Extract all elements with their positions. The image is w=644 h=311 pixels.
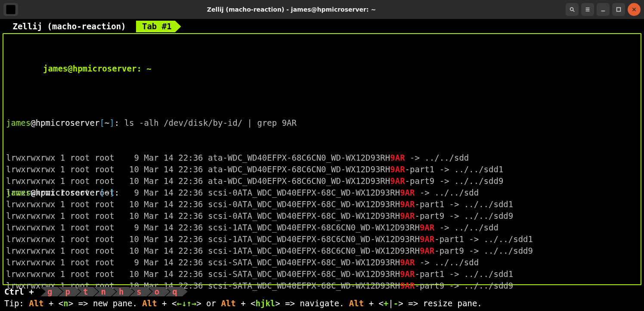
grep-match: 9AR bbox=[400, 281, 415, 290]
zellij-tabbar: Zellij (macho-reaction) Tab #1 bbox=[3, 21, 641, 32]
svg-line-4 bbox=[573, 10, 575, 12]
maximize-button[interactable] bbox=[612, 3, 625, 16]
menu-button[interactable] bbox=[581, 3, 594, 16]
close-button[interactable] bbox=[628, 3, 641, 16]
svg-rect-0 bbox=[6, 5, 15, 14]
search-button[interactable] bbox=[566, 3, 579, 16]
ls-row: lrwxrwxrwx 1 root root 10 Mar 14 22:36 s… bbox=[6, 199, 638, 210]
tip-bar: Tip: Alt + <n> => new pane. Alt + <←↓↑→>… bbox=[3, 298, 641, 309]
ls-row: lrwxrwxrwx 1 root root 10 Mar 14 22:36 a… bbox=[6, 164, 638, 175]
grep-match: 9AR bbox=[420, 246, 434, 255]
ls-row: lrwxrwxrwx 1 root root 10 Mar 14 22:36 s… bbox=[6, 210, 638, 222]
prompt-user: james bbox=[6, 118, 31, 128]
grep-match: 9AR bbox=[390, 165, 405, 174]
ls-row: lrwxrwxrwx 1 root root 10 Mar 14 22:36 a… bbox=[6, 175, 638, 187]
minimize-button[interactable] bbox=[597, 3, 610, 16]
new-tab-button[interactable] bbox=[3, 3, 18, 16]
prompt-command: ls -alh /dev/disk/by-id/ | grep 9AR bbox=[124, 118, 297, 128]
grep-match: 9AR bbox=[400, 199, 415, 209]
grep-match: 9AR bbox=[400, 188, 415, 197]
maximize-icon bbox=[616, 6, 622, 12]
session-label: Zellij (macho-reaction) bbox=[3, 21, 136, 32]
terminal[interactable]: Zellij (macho-reaction) Tab #1 james@hpm… bbox=[0, 19, 644, 311]
ls-row: lrwxrwxrwx 1 root root 10 Mar 14 22:36 s… bbox=[6, 268, 638, 280]
new-tab-icon bbox=[3, 2, 18, 17]
grep-match: 9AR bbox=[390, 176, 405, 186]
titlebar: Zellij (macho-reaction) - james@hpmicros… bbox=[0, 0, 644, 19]
ls-row: lrwxrwxrwx 1 root root 9 Mar 14 22:36 at… bbox=[6, 152, 638, 164]
tab-active[interactable]: Tab #1 bbox=[136, 21, 181, 32]
search-icon bbox=[569, 6, 575, 12]
pane-title: james@hpmicroserver: ~ bbox=[36, 63, 159, 75]
grep-match: 9AR bbox=[400, 258, 415, 267]
close-icon bbox=[631, 6, 637, 12]
grep-match: 9AR bbox=[420, 234, 434, 244]
prompt-line: james@hpmicroserver[~]: ls -alh /dev/dis… bbox=[6, 117, 638, 129]
prompt-cwd: ~ bbox=[105, 118, 109, 128]
prompt-host: hpmicroserver bbox=[36, 118, 100, 128]
grep-match: 9AR bbox=[420, 223, 434, 232]
ls-row: lrwxrwxrwx 1 root root 9 Mar 14 22:36 sc… bbox=[6, 257, 638, 268]
minimize-icon bbox=[600, 6, 606, 12]
pane[interactable]: james@hpmicroserver: ~ james@hpmicroserv… bbox=[3, 33, 641, 285]
window-title: Zellij (macho-reaction) - james@hpmicros… bbox=[20, 6, 563, 13]
svg-rect-9 bbox=[617, 8, 621, 12]
grep-match: 9AR bbox=[400, 269, 415, 279]
grep-match: 9AR bbox=[400, 211, 415, 221]
hamburger-icon bbox=[585, 6, 591, 12]
grep-match: 9AR bbox=[390, 153, 405, 162]
ls-row: lrwxrwxrwx 1 root root 9 Mar 14 22:36 sc… bbox=[6, 222, 638, 233]
ls-row: lrwxrwxrwx 1 root root 10 Mar 14 22:36 s… bbox=[6, 233, 638, 245]
svg-point-3 bbox=[570, 8, 573, 11]
ls-row: lrwxrwxrwx 1 root root 10 Mar 14 22:36 s… bbox=[6, 245, 638, 257]
terminal-content[interactable]: james@hpmicroserver[~]: ls -alh /dev/dis… bbox=[6, 94, 638, 222]
